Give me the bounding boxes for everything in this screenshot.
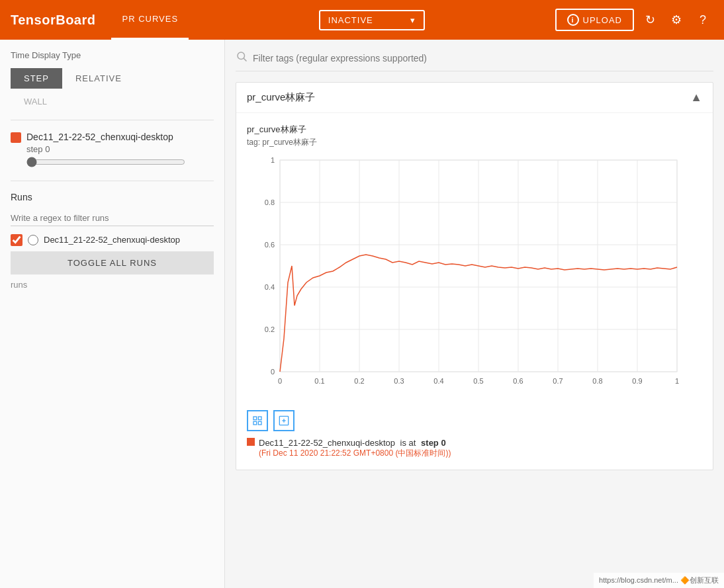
svg-text:0.7: 0.7 xyxy=(553,377,563,385)
legend-date: (Fri Dec 11 2020 21:22:52 GMT+0800 (中国标准… xyxy=(259,448,702,459)
chart-controls xyxy=(247,410,702,431)
runs-footer: runs xyxy=(11,280,214,290)
card-title: pr_curve林麻子 xyxy=(247,91,315,104)
run-entry: Dec11_21-22-52_chenxuqi-desktop step 0 xyxy=(11,131,214,170)
pr-curve-card: pr_curve林麻子 ▲ pr_curve林麻子 tag: pr_curve林… xyxy=(236,82,713,470)
chart-container: 1 0.8 0.6 0.4 0.2 0 0 0.1 0.2 0.3 0.4 0.… xyxy=(247,153,702,405)
svg-point-0 xyxy=(238,52,245,60)
main-nav: PR CURVES xyxy=(111,0,189,40)
legend-step: step 0 xyxy=(421,438,446,448)
sidebar-divider-1 xyxy=(11,120,214,120)
svg-text:1: 1 xyxy=(675,377,679,385)
legend-run-name: Dec11_21-22-52_chenxuqi-desktop is at st… xyxy=(259,438,446,448)
chart-label: pr_curve林麻子 xyxy=(247,124,702,136)
svg-text:0.6: 0.6 xyxy=(265,241,275,249)
settings-button[interactable]: ⚙ xyxy=(666,9,687,30)
app-header: TensorBoard PR CURVES INACTIVE ▾ i UPLOA… xyxy=(0,0,724,40)
svg-rect-38 xyxy=(258,417,261,420)
search-icon xyxy=(236,50,248,65)
runs-section-title: Runs xyxy=(11,192,214,202)
sidebar-divider-2 xyxy=(11,181,214,181)
svg-text:0.2: 0.2 xyxy=(265,325,275,333)
relative-button[interactable]: RELATIVE xyxy=(62,68,135,89)
step-button[interactable]: STEP xyxy=(11,68,62,89)
run-color-indicator xyxy=(11,132,21,143)
inactive-label: INACTIVE xyxy=(328,15,373,25)
time-display-label: Time Display Type xyxy=(11,50,214,60)
svg-text:0.1: 0.1 xyxy=(314,377,324,385)
sidebar: Time Display Type STEP RELATIVE WALL Dec… xyxy=(0,40,225,588)
nav-pr-curves[interactable]: PR CURVES xyxy=(111,0,189,40)
run-item-label: Dec11_21-22-52_chenxuqi-desktop xyxy=(44,235,180,245)
legend-item: Dec11_21-22-52_chenxuqi-desktop is at st… xyxy=(247,437,702,448)
main-layout: Time Display Type STEP RELATIVE WALL Dec… xyxy=(0,40,724,588)
card-body: pr_curve林麻子 tag: pr_curve林麻子 xyxy=(236,113,713,470)
chart-legend: Dec11_21-22-52_chenxuqi-desktop is at st… xyxy=(247,437,702,459)
filter-bar xyxy=(236,50,713,71)
run-name: Dec11_21-22-52_chenxuqi-desktop xyxy=(26,131,185,144)
info-icon: i xyxy=(567,14,579,26)
run-radio[interactable] xyxy=(28,235,38,245)
chart-tag: tag: pr_curve林麻子 xyxy=(247,137,702,148)
header-actions: i UPLOAD ↻ ⚙ ? xyxy=(555,9,713,31)
dropdown-arrow-icon: ▾ xyxy=(410,15,416,25)
svg-text:0.2: 0.2 xyxy=(354,377,364,385)
svg-text:0.4: 0.4 xyxy=(433,377,443,385)
svg-text:0: 0 xyxy=(278,377,282,385)
svg-rect-40 xyxy=(258,421,261,425)
fit-chart-button[interactable] xyxy=(247,410,268,431)
svg-line-1 xyxy=(244,58,246,61)
filter-input[interactable] xyxy=(253,53,713,63)
help-button[interactable]: ? xyxy=(692,9,713,30)
app-logo: TensorBoard xyxy=(11,13,95,28)
svg-text:0.6: 0.6 xyxy=(513,377,523,385)
legend-color xyxy=(247,438,255,446)
svg-text:0.8: 0.8 xyxy=(265,198,275,206)
run-checkbox[interactable] xyxy=(11,234,23,246)
time-display-buttons: STEP RELATIVE xyxy=(11,68,214,89)
step-slider[interactable] xyxy=(26,157,185,167)
watermark: https://blog.csdn.net/m... 🔶创新互联 xyxy=(594,573,724,588)
svg-text:0: 0 xyxy=(271,368,275,376)
run-list-item: Dec11_21-22-52_chenxuqi-desktop xyxy=(11,234,214,246)
zoom-fit-button[interactable] xyxy=(273,410,294,431)
svg-text:0.4: 0.4 xyxy=(265,283,275,291)
runs-filter-input[interactable] xyxy=(11,210,214,226)
svg-rect-37 xyxy=(253,417,257,420)
svg-text:0.5: 0.5 xyxy=(473,377,483,385)
main-content: pr_curve林麻子 ▲ pr_curve林麻子 tag: pr_curve林… xyxy=(225,40,724,588)
svg-text:0.8: 0.8 xyxy=(592,377,602,385)
run-info: Dec11_21-22-52_chenxuqi-desktop step 0 xyxy=(26,131,185,170)
svg-text:1: 1 xyxy=(271,156,275,164)
card-header: pr_curve林麻子 ▲ xyxy=(236,83,713,113)
pr-curve-chart[interactable]: 1 0.8 0.6 0.4 0.2 0 0 0.1 0.2 0.3 0.4 0.… xyxy=(247,153,690,405)
svg-text:0.9: 0.9 xyxy=(632,377,642,385)
upload-label: UPLOAD xyxy=(583,15,622,25)
run-step: step 0 xyxy=(26,144,185,154)
collapse-icon[interactable]: ▲ xyxy=(690,91,702,105)
wall-button[interactable]: WALL xyxy=(11,94,214,109)
inactive-dropdown[interactable]: INACTIVE ▾ xyxy=(319,10,425,30)
header-center: INACTIVE ▾ xyxy=(204,10,539,30)
toggle-all-runs-button[interactable]: TOGGLE ALL RUNS xyxy=(11,251,214,274)
svg-text:0.3: 0.3 xyxy=(394,377,404,385)
upload-button[interactable]: i UPLOAD xyxy=(555,9,634,31)
refresh-button[interactable]: ↻ xyxy=(639,9,660,30)
svg-rect-39 xyxy=(253,421,257,425)
